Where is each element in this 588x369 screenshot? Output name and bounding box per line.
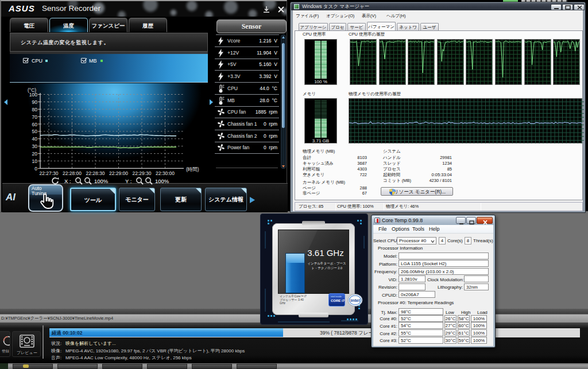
- svg-text:intel: intel: [350, 298, 359, 303]
